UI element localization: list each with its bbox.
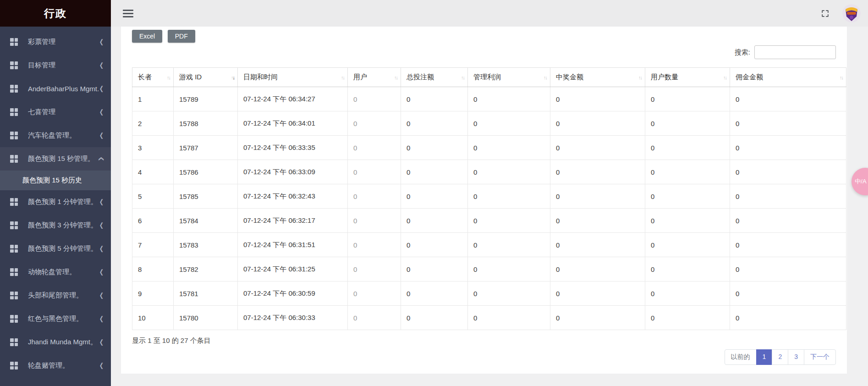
table-cell: 15785 <box>174 184 238 209</box>
table-cell: 10 <box>132 306 174 330</box>
excel-export-button[interactable]: Excel <box>132 30 162 43</box>
search-input[interactable] <box>754 45 836 59</box>
sidebar-item-label: 颜色预测 15 秒管理。 <box>28 154 99 163</box>
table-cell: 0 <box>730 136 846 160</box>
sidebar-subitem[interactable]: 颜色预测 15 秒历史 <box>0 171 111 190</box>
pagination-next-button[interactable]: 下一个 <box>804 349 836 365</box>
grid-icon <box>10 61 18 69</box>
table-cell: 07-12-24 下午 06:34:01 <box>238 111 348 136</box>
table-cell: 0 <box>401 87 468 111</box>
user-avatar[interactable] <box>842 4 861 22</box>
grid-icon <box>10 268 18 276</box>
grid-icon <box>10 108 18 116</box>
table-cell: 0 <box>645 233 730 257</box>
topbar <box>111 0 868 27</box>
column-header-label: 中奖金额 <box>556 73 583 81</box>
sidebar-item[interactable]: 汽车轮盘管理。❮ <box>0 124 111 147</box>
chevron-left-icon: ❮ <box>99 268 104 276</box>
chevron-left-icon: ❮ <box>99 108 104 116</box>
table-cell: 0 <box>401 306 468 330</box>
table-cell: 07-12-24 下午 06:30:33 <box>238 306 348 330</box>
chevron-left-icon: ❮ <box>99 362 104 369</box>
pagination-page-button[interactable]: 1 <box>756 349 773 365</box>
grid-icon <box>10 38 18 46</box>
table-cell: 0 <box>401 184 468 209</box>
sort-arrows-icon: ↑↓ <box>231 75 234 80</box>
table-cell: 0 <box>401 111 468 136</box>
content-card: Excel PDF 搜索: 长者↑↓游戏 ID↑↓日期和时间↑↓用户↑↓总投注额… <box>121 27 847 374</box>
table-cell: 6 <box>132 209 174 233</box>
sidebar-item[interactable]: 颜色预测 3 分钟管理。❮ <box>0 214 111 237</box>
column-header[interactable]: 用户↑↓ <box>348 68 401 87</box>
table-cell: 0 <box>401 257 468 281</box>
sidebar-item[interactable]: 目标管理❮ <box>0 54 111 77</box>
chevron-left-icon: ❮ <box>99 132 104 139</box>
table-cell: 0 <box>730 257 846 281</box>
grid-icon <box>10 221 18 229</box>
sidebar-item[interactable]: 颜色预测 15 秒管理。❮ <box>0 147 111 171</box>
column-header[interactable]: 佣金金额↑↓ <box>730 68 846 87</box>
pagination-page-button[interactable]: 2 <box>772 349 788 365</box>
column-header[interactable]: 中奖金额↑↓ <box>550 68 645 87</box>
results-table: 长者↑↓游戏 ID↑↓日期和时间↑↓用户↑↓总投注额↑↓管理利润↑↓中奖金额↑↓… <box>132 67 846 330</box>
export-toolbar: Excel PDF <box>132 30 836 43</box>
table-cell: 0 <box>730 184 846 209</box>
sidebar-item[interactable]: AnderBaharPlus Mgmt.❮ <box>0 77 111 100</box>
table-row: 41578607-12-24 下午 06:33:09000000 <box>132 160 846 184</box>
table-cell: 0 <box>468 160 550 184</box>
column-header-label: 佣金金额 <box>736 73 763 81</box>
pagination-previous-button[interactable]: 以前的 <box>725 349 757 365</box>
hamburger-menu-icon[interactable] <box>123 9 133 18</box>
sidebar-item[interactable]: 头部和尾部管理。❮ <box>0 284 111 307</box>
sidebar-nav: 彩票管理❮目标管理❮AnderBaharPlus Mgmt.❮七喜管理❮汽车轮盘… <box>0 27 111 377</box>
sidebar-item[interactable]: 彩票管理❮ <box>0 30 111 54</box>
table-cell: 0 <box>348 184 401 209</box>
table-body: 11578907-12-24 下午 06:34:2700000021578807… <box>132 87 846 330</box>
table-cell: 2 <box>132 111 174 136</box>
pdf-export-button[interactable]: PDF <box>168 30 195 43</box>
sidebar-item[interactable]: 动物轮盘管理。❮ <box>0 260 111 284</box>
sidebar-item[interactable]: 七喜管理❮ <box>0 100 111 124</box>
fullscreen-icon[interactable] <box>821 9 830 18</box>
sidebar-item-label: Jhandi Munda Mgmt。 <box>28 338 99 347</box>
sidebar-item[interactable]: 颜色预测 5 分钟管理。❮ <box>0 237 111 260</box>
sidebar-item-label: 目标管理 <box>28 61 99 70</box>
table-cell: 0 <box>550 233 645 257</box>
sidebar-item[interactable]: 红色与黑色管理。❮ <box>0 307 111 331</box>
pagination-page-button[interactable]: 3 <box>788 349 804 365</box>
table-cell: 15782 <box>174 257 238 281</box>
table-cell: 15781 <box>174 281 238 306</box>
sidebar-item[interactable]: 轮盘赌管理。❮ <box>0 354 111 377</box>
sidebar-item[interactable]: 颜色预测 1 分钟管理。❮ <box>0 190 111 214</box>
table-cell: 0 <box>468 184 550 209</box>
chevron-left-icon: ❮ <box>99 198 104 205</box>
table-cell: 0 <box>645 160 730 184</box>
table-cell: 0 <box>645 184 730 209</box>
table-cell: 0 <box>550 209 645 233</box>
table-row: 21578807-12-24 下午 06:34:01000000 <box>132 111 846 136</box>
column-header[interactable]: 游戏 ID↑↓ <box>174 68 238 87</box>
sidebar-item-label: 汽车轮盘管理。 <box>28 131 99 140</box>
table-cell: 0 <box>401 281 468 306</box>
table-row: 51578507-12-24 下午 06:32:43000000 <box>132 184 846 209</box>
grid-icon <box>10 362 18 369</box>
table-cell: 15789 <box>174 87 238 111</box>
column-header-label: 管理利润 <box>473 73 501 81</box>
column-header[interactable]: 管理利润↑↓ <box>468 68 550 87</box>
column-header-label: 用户数量 <box>651 73 678 81</box>
column-header[interactable]: 用户数量↑↓ <box>645 68 730 87</box>
column-header-label: 总投注额 <box>407 73 434 81</box>
table-cell: 5 <box>132 184 174 209</box>
app-title: 行政 <box>0 0 111 27</box>
chevron-left-icon: ❮ <box>99 338 104 346</box>
column-header[interactable]: 日期和时间↑↓ <box>238 68 348 87</box>
table-cell: 15788 <box>174 111 238 136</box>
table-cell: 0 <box>468 257 550 281</box>
chevron-left-icon: ❮ <box>99 245 104 252</box>
main-content: Excel PDF 搜索: 长者↑↓游戏 ID↑↓日期和时间↑↓用户↑↓总投注额… <box>111 27 868 386</box>
column-header[interactable]: 总投注额↑↓ <box>401 68 468 87</box>
table-cell: 0 <box>730 233 846 257</box>
column-header[interactable]: 长者↑↓ <box>132 68 174 87</box>
sidebar-item-label: 颜色预测 3 分钟管理。 <box>28 221 99 230</box>
sidebar-item[interactable]: Jhandi Munda Mgmt。❮ <box>0 331 111 354</box>
